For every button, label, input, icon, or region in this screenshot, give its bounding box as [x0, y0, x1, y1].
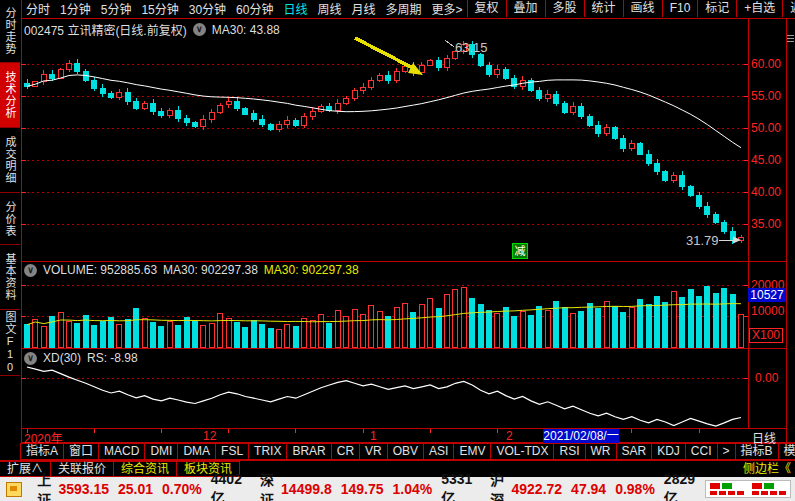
left-sidebar: 分时走势技术分析成交明细分价表基本资料图文F10: [0, 0, 22, 458]
indicator-button[interactable]: >: [717, 443, 736, 460]
period-tab[interactable]: 30分钟: [189, 0, 226, 17]
volume-tick-10000: 10000: [751, 304, 785, 318]
index-quotes: 上证3593.1525.010.70%4402亿深证14499.8149.751…: [29, 469, 705, 501]
index-name[interactable]: 深证: [260, 469, 275, 501]
toolbar-button[interactable]: +自选: [736, 0, 783, 17]
index-change: 47.94: [571, 481, 606, 497]
index-pct: 0.98%: [615, 481, 655, 497]
sidebar-tab[interactable]: 成交明细: [0, 128, 20, 193]
toolbar-buttons: 复权叠加多股统计画线F10标记+自选返回: [468, 0, 795, 17]
mini-group: [752, 483, 786, 495]
indicator-button[interactable]: OBV: [387, 443, 424, 460]
sidebar-grip-icon[interactable]: [787, 35, 794, 44]
period-axis-label: 日线: [752, 429, 776, 446]
indicator-value: RS: -8.98: [87, 351, 138, 365]
volume-label: VOLUME: 952885.63: [43, 263, 157, 277]
indicator-button[interactable]: MACD: [98, 443, 145, 460]
toolbar-button[interactable]: 复权: [467, 0, 507, 17]
indicator-name: XD(30): [43, 351, 81, 365]
indicator-button[interactable]: VR: [359, 443, 388, 460]
indicator-button[interactable]: EMV: [453, 443, 491, 460]
stock-app-window: 分时走势技术分析成交明细分价表基本资料图文F10 分时1分钟5分钟15分钟30分…: [0, 0, 795, 501]
side-panel-toggle[interactable]: 侧边栏《: [743, 461, 795, 477]
toolbar-button[interactable]: 多股: [545, 0, 585, 17]
index-value: 4922.72: [511, 481, 562, 497]
collapse-chevron-icon[interactable]: ∨: [24, 264, 37, 277]
index-name[interactable]: 沪深: [490, 469, 505, 501]
period-tab[interactable]: 分时: [26, 0, 50, 17]
date-axis-label: 1: [370, 429, 377, 443]
status-bar: 上证3593.1525.010.70%4402亿深证14499.8149.751…: [0, 477, 795, 501]
period-tab[interactable]: 5分钟: [101, 0, 132, 17]
period-tab[interactable]: 周线: [317, 0, 341, 17]
indicator-button[interactable]: DMI: [144, 443, 178, 460]
index-amount: 2829亿: [664, 471, 695, 501]
sidebar-tab[interactable]: 技术分析: [0, 63, 20, 128]
price-volume-indicator-chart[interactable]: [21, 18, 795, 443]
index-value: 14499.8: [281, 481, 332, 497]
mini-group: [710, 483, 744, 495]
toolbar-button[interactable]: 返回: [782, 0, 795, 17]
stock-title: 002475 立讯精密(日线.前复权): [24, 21, 187, 38]
period-tabs: 分时1分钟5分钟15分钟30分钟60分钟日线周线月线多周期更多>: [21, 0, 468, 17]
market-mini-indicator: [705, 480, 791, 498]
period-tab[interactable]: 1分钟: [60, 0, 91, 17]
indicator-pane-header: ∨ XD(30) RS: -8.98: [24, 351, 138, 365]
indicator-button[interactable]: BRAR: [286, 443, 331, 460]
period-tab[interactable]: 60分钟: [236, 0, 273, 17]
index-value: 3593.15: [58, 481, 109, 497]
price-pane-header: 002475 立讯精密(日线.前复权) ∨ MA30: 43.88: [24, 21, 280, 38]
indicator-button[interactable]: VOL-TDX: [490, 443, 554, 460]
current-volume-badge: 10527: [748, 288, 786, 302]
date-axis-label: 2: [506, 429, 513, 443]
sidebar-tab[interactable]: 基本资料: [0, 245, 20, 310]
indicator-button[interactable]: DMA: [177, 443, 216, 460]
indicator-button[interactable]: CCI: [685, 443, 718, 460]
date-axis-label: 12: [203, 429, 216, 443]
index-amount: 4402亿: [211, 471, 242, 501]
indicator-button[interactable]: CR: [331, 443, 360, 460]
sidebar-tab[interactable]: 分时走势: [0, 0, 20, 63]
index-pct: 1.04%: [393, 481, 433, 497]
indicator-button[interactable]: WR: [585, 443, 617, 460]
index-name[interactable]: 上证: [37, 469, 52, 501]
index-pct: 0.70%: [162, 481, 202, 497]
price-axis-tick: 35.00: [751, 217, 785, 231]
period-tab[interactable]: 月线: [352, 0, 376, 17]
price-axis-tick: 60.00: [751, 57, 785, 71]
period-tab[interactable]: 更多>: [432, 0, 463, 17]
indicator-button[interactable]: RSI: [553, 443, 585, 460]
indicator-button[interactable]: 模 板: [778, 443, 795, 460]
period-toolbar: 分时1分钟5分钟15分钟30分钟60分钟日线周线月线多周期更多> 复权叠加多股统…: [21, 0, 795, 17]
sidebar-tab[interactable]: 分价表: [0, 193, 20, 245]
date-axis-label: 2020年: [24, 429, 63, 446]
indicator-button[interactable]: TRIX: [248, 443, 287, 460]
collapse-chevron-icon[interactable]: ∨: [193, 23, 206, 36]
indicator-button[interactable]: SAR: [616, 443, 653, 460]
price-axis-tick: 40.00: [751, 185, 785, 199]
price-axis-tick: 55.00: [751, 89, 785, 103]
highlighted-date: 2021/02/08/一: [543, 429, 619, 443]
volume-ma-white: MA30: 902297.38: [163, 263, 258, 277]
toolbar-button[interactable]: 统计: [584, 0, 624, 17]
high-price-annotation: 63.15: [455, 40, 488, 55]
indicator-button[interactable]: FSL: [215, 443, 249, 460]
price-ma-label: MA30: 43.88: [212, 23, 280, 37]
indicator-zero-tick: 0.00: [755, 371, 789, 385]
indicator-button[interactable]: ASI: [423, 443, 454, 460]
toolbar-button[interactable]: 画线: [623, 0, 663, 17]
volume-ma-yellow: MA30: 902297.38: [264, 263, 359, 277]
collapse-chevron-icon[interactable]: ∨: [24, 352, 37, 365]
toolbar-button[interactable]: 标记: [697, 0, 737, 17]
sidebar-tab[interactable]: 图文F10: [0, 310, 20, 376]
period-tab[interactable]: 日线: [283, 0, 307, 17]
toolbar-button[interactable]: F10: [662, 0, 699, 17]
indicator-button[interactable]: 窗口: [63, 443, 99, 460]
period-tab[interactable]: 多周期: [386, 0, 422, 17]
period-tab[interactable]: 15分钟: [141, 0, 178, 17]
market-status-icon[interactable]: [6, 482, 22, 497]
event-badge-reduce[interactable]: 减: [512, 243, 528, 259]
indicator-button-bar: 指标A窗口MACDDMIDMAFSLTRIXBRARCRVROBVASIEMVV…: [21, 443, 795, 460]
indicator-button[interactable]: KDJ: [651, 443, 686, 460]
toolbar-button[interactable]: 叠加: [506, 0, 546, 17]
